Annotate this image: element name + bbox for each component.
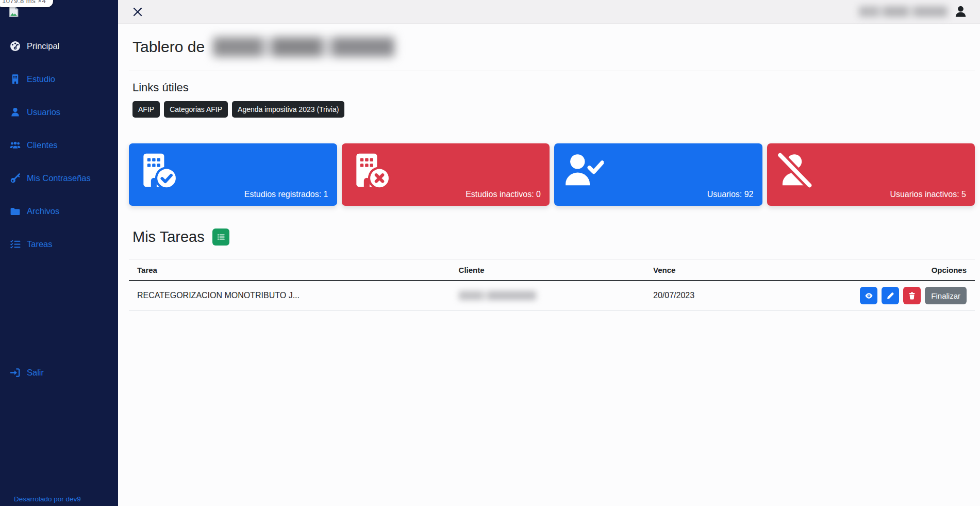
sidebar-menu: Principal Estudio Usuarios Clientes Mis bbox=[0, 0, 118, 389]
cliente-redacted bbox=[459, 291, 536, 300]
list-check-icon bbox=[10, 239, 21, 250]
stat-card-label: Usuarios inactivos: 5 bbox=[890, 190, 966, 199]
user-check-icon bbox=[562, 151, 754, 189]
gauge-icon bbox=[10, 41, 21, 52]
tasks-header: Mis Tareas bbox=[132, 228, 975, 246]
sidebar-item-label: Estudio bbox=[27, 74, 55, 84]
column-header-opciones: Opciones bbox=[848, 260, 975, 281]
delete-task-button[interactable] bbox=[903, 287, 921, 304]
tasks-heading: Mis Tareas bbox=[132, 228, 205, 246]
sidebar-footer-credit: Desarrolado por dev9 bbox=[14, 495, 81, 503]
folder-icon bbox=[10, 206, 21, 217]
trash-icon bbox=[908, 291, 916, 300]
sidebar-item-label: Principal bbox=[27, 41, 59, 51]
sidebar-item-principal[interactable]: Principal bbox=[0, 29, 118, 62]
building-xmark-icon bbox=[350, 151, 542, 189]
sidebar-item-label: Tareas bbox=[27, 239, 53, 249]
sidebar: Principal Estudio Usuarios Clientes Mis bbox=[0, 0, 118, 506]
key-icon bbox=[10, 173, 21, 184]
building-check-icon bbox=[137, 151, 329, 189]
tasks-list-button[interactable] bbox=[212, 228, 229, 246]
user-slash-icon bbox=[775, 151, 967, 189]
table-header-row: Tarea Cliente Vence Opciones bbox=[129, 260, 975, 281]
link-afip-button[interactable]: AFIP bbox=[132, 101, 160, 118]
sign-out-icon bbox=[10, 367, 21, 378]
pencil-icon bbox=[886, 291, 894, 300]
sidebar-item-contrasenas[interactable]: Mis Contraseñas bbox=[0, 161, 118, 194]
sidebar-item-label: Salir bbox=[27, 368, 44, 378]
stat-card-estudios-registrados[interactable]: Estudios registrados: 1 bbox=[129, 143, 337, 206]
stat-card-label: Usuarios: 92 bbox=[707, 190, 754, 199]
main-content: Tablero de Links útiles AFIP Categorias … bbox=[118, 24, 980, 506]
table-row: RECATEGORIZACION MONOTRIBUTO J... 20/07/… bbox=[129, 281, 975, 311]
sidebar-item-tareas[interactable]: Tareas bbox=[0, 227, 118, 260]
link-agenda-impositiva-button[interactable]: Agenda impositiva 2023 (Trivia) bbox=[232, 101, 344, 118]
list-icon bbox=[217, 233, 225, 241]
sidebar-item-label: Usuarios bbox=[27, 107, 60, 117]
user-avatar-icon[interactable] bbox=[954, 5, 968, 19]
users-icon bbox=[10, 140, 21, 151]
stat-card-label: Estudios registrados: 1 bbox=[244, 190, 328, 199]
top-bar bbox=[118, 0, 980, 24]
tasks-table: Tarea Cliente Vence Opciones RECATEGORIZ… bbox=[129, 259, 975, 311]
username-redacted bbox=[859, 6, 948, 17]
sidebar-item-archivos[interactable]: Archivos bbox=[0, 194, 118, 227]
column-header-cliente: Cliente bbox=[451, 260, 645, 281]
cell-tarea: RECATEGORIZACION MONOTRIBUTO J... bbox=[129, 281, 451, 311]
dashboard-owner-redacted bbox=[213, 37, 394, 57]
link-categorias-afip-button[interactable]: Categorias AFIP bbox=[164, 101, 228, 118]
column-header-vence: Vence bbox=[645, 260, 848, 281]
stat-card-estudios-inactivos[interactable]: Estudios inactivos: 0 bbox=[342, 143, 550, 206]
sidebar-item-label: Clientes bbox=[27, 140, 58, 150]
sidebar-item-label: Archivos bbox=[27, 206, 59, 216]
page-title: Tablero de bbox=[132, 37, 975, 57]
links-heading: Links útiles bbox=[132, 81, 975, 94]
building-icon bbox=[10, 74, 21, 85]
page-title-text: Tablero de bbox=[132, 38, 205, 56]
section-divider bbox=[129, 71, 975, 71]
sidebar-item-clientes[interactable]: Clientes bbox=[0, 128, 118, 161]
cell-opciones: Finalizar bbox=[848, 281, 975, 311]
stat-card-label: Estudios inactivos: 0 bbox=[466, 190, 541, 199]
stat-cards-row: Estudios registrados: 1 Estudios inactiv… bbox=[129, 143, 975, 206]
finalizar-button[interactable]: Finalizar bbox=[925, 287, 967, 304]
stat-card-usuarios-inactivos[interactable]: Usuarios inactivos: 5 bbox=[767, 143, 975, 206]
sidebar-item-estudio[interactable]: Estudio bbox=[0, 62, 118, 95]
sidebar-item-salir[interactable]: Salir bbox=[0, 356, 118, 389]
eye-icon bbox=[865, 291, 873, 300]
user-icon bbox=[10, 107, 21, 118]
view-task-button[interactable] bbox=[860, 287, 877, 304]
edit-task-button[interactable] bbox=[882, 287, 899, 304]
sidebar-item-label: Mis Contraseñas bbox=[27, 173, 91, 183]
stat-card-usuarios[interactable]: Usuarios: 92 bbox=[554, 143, 762, 206]
close-icon[interactable] bbox=[130, 5, 145, 19]
column-header-tarea: Tarea bbox=[129, 260, 451, 281]
links-chip-row: AFIP Categorias AFIP Agenda impositiva 2… bbox=[132, 101, 975, 118]
cell-vence: 20/07/2023 bbox=[645, 281, 848, 311]
sidebar-item-usuarios[interactable]: Usuarios bbox=[0, 95, 118, 128]
cell-cliente bbox=[451, 281, 645, 311]
perf-overlay-badge: 1079.8 ms ×4 bbox=[0, 0, 53, 7]
